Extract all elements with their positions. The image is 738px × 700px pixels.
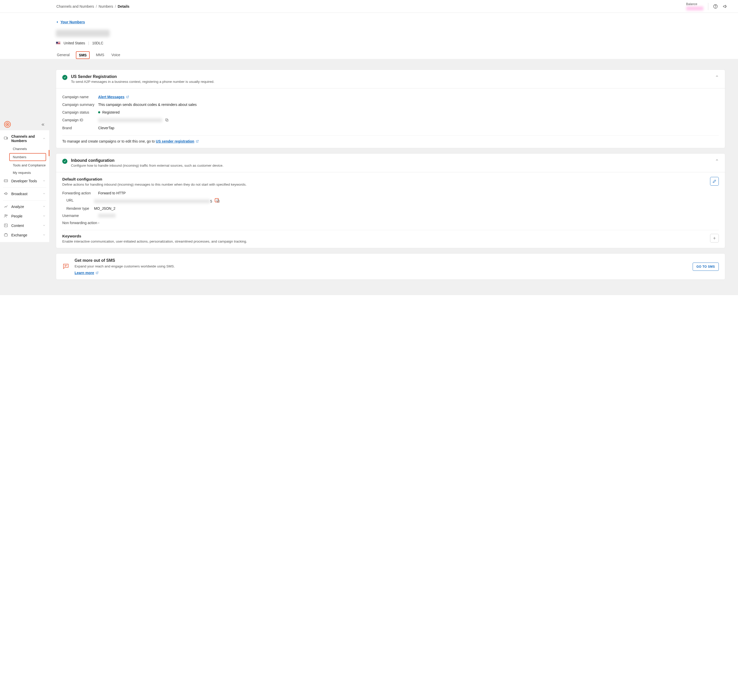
svg-rect-5: [4, 137, 7, 139]
sidebar-item-label: Channels and Numbers: [11, 134, 40, 143]
inbound-subtitle: Configure how to handle inbound (incomin…: [71, 163, 223, 168]
breadcrumb: Channels and Numbers / Numbers / Details: [56, 4, 129, 9]
sidebar-item-label: Developer Tools: [11, 179, 37, 183]
campaign-id-label: Campaign ID: [62, 118, 98, 122]
promo-title: Get more out of SMS: [75, 258, 688, 263]
sidebar-item-label: Content: [11, 224, 24, 228]
sidebar-item-channels-numbers[interactable]: Channels and Numbers: [0, 132, 49, 145]
edit-button[interactable]: [710, 177, 719, 186]
forwarding-label: Forwarding action: [62, 191, 98, 195]
campaign-status-value: Registered: [102, 110, 120, 114]
svg-rect-13: [4, 234, 7, 236]
us-flag-icon: [56, 41, 60, 45]
sidebar-item-label: Broadcast: [11, 192, 28, 196]
svg-rect-9: [4, 179, 8, 182]
chevron-down-icon: [43, 179, 45, 183]
sidebar-item-developer[interactable]: Developer Tools: [0, 176, 49, 186]
sidebar-item-exchange[interactable]: Exchange: [0, 231, 49, 240]
collapse-icon[interactable]: [41, 122, 45, 128]
announce-icon[interactable]: [723, 4, 728, 9]
breadcrumb-channels[interactable]: Channels and Numbers: [56, 4, 94, 9]
svg-point-11: [6, 215, 7, 216]
registration-subtitle: To send A2P messages in a business conte…: [71, 80, 214, 84]
svg-point-6: [7, 137, 8, 138]
nonfwd-value: -: [98, 221, 100, 225]
sidebar-sub-channels[interactable]: Channels: [0, 145, 49, 153]
check-icon: [62, 75, 67, 80]
balance-label: Balance: [686, 2, 697, 6]
svg-rect-16: [217, 200, 219, 202]
learn-more-link[interactable]: Learn more: [75, 271, 94, 275]
tab-sms[interactable]: SMS: [76, 51, 90, 59]
brand-value: CleverTap: [98, 126, 114, 130]
sidebar: Channels and Numbers Channels Numbers To…: [0, 130, 49, 242]
go-to-sms-button[interactable]: GO TO SMS: [693, 263, 719, 271]
svg-rect-15: [166, 119, 167, 121]
chevron-up-icon: [43, 137, 45, 141]
country-label: United States: [63, 41, 85, 45]
brand-label: Brand: [62, 126, 98, 130]
sidebar-item-content[interactable]: Content: [0, 221, 49, 231]
campaign-name-link[interactable]: Alert Messages: [98, 95, 125, 99]
inbound-title: Inbound configuration: [71, 158, 223, 163]
us-sender-registration-link[interactable]: US sender registration: [156, 139, 194, 143]
url-label: URL: [62, 198, 94, 203]
sidebar-sub-tools[interactable]: Tools and Compliance: [0, 162, 49, 169]
balance-widget: Balance xxxxx: [686, 2, 704, 10]
breadcrumb-numbers[interactable]: Numbers: [99, 4, 113, 9]
tab-voice[interactable]: Voice: [110, 51, 121, 59]
tab-mms[interactable]: MMS: [95, 51, 105, 59]
chevron-down-icon: [43, 192, 45, 196]
sidebar-sub-numbers[interactable]: Numbers: [9, 153, 46, 161]
campaign-status-label: Campaign status: [62, 110, 98, 114]
registration-title: US Sender Registration: [71, 74, 214, 79]
help-icon[interactable]: [713, 4, 718, 9]
phone-number-title: [56, 30, 110, 37]
default-config-subtitle: Define actions for handling inbound (inc…: [62, 182, 246, 187]
copy-url-icon[interactable]: [215, 198, 219, 202]
sidebar-sub-requests[interactable]: My requests: [0, 169, 49, 176]
username-label: Username: [62, 213, 98, 218]
username-value: xxxxxxxx: [98, 213, 116, 218]
registration-card: US Sender Registration To send A2P messa…: [56, 69, 725, 148]
sms-icon: [62, 263, 69, 271]
keywords-subtitle: Enable interactive communication, user-i…: [62, 240, 247, 243]
chevron-down-icon: [43, 233, 45, 237]
sidebar-item-analyze[interactable]: Analyze: [0, 202, 49, 212]
svg-point-10: [5, 214, 6, 216]
sidebar-item-label: Exchange: [11, 233, 27, 237]
renderer-label: Renderer type: [62, 206, 94, 210]
chevron-down-icon: [43, 224, 45, 228]
status-dot-icon: [98, 111, 100, 113]
sidebar-item-broadcast[interactable]: Broadcast: [0, 189, 49, 199]
campaign-summary-value: This campaign sends discount codes & rem…: [98, 103, 197, 107]
chevron-down-icon: [43, 214, 45, 218]
default-config-title: Default configuration: [62, 177, 246, 182]
sidebar-item-label: People: [11, 214, 22, 218]
url-value: xxxxxxxxxxxxxxxxxxxxxxxxxxxxxxxxxxxxxxxx…: [94, 199, 210, 203]
external-link-icon: [196, 140, 199, 143]
promo-subtitle: Expand your reach and engage customers w…: [75, 264, 688, 268]
add-keyword-button[interactable]: [710, 234, 719, 243]
svg-point-8: [7, 139, 8, 140]
sidebar-item-people[interactable]: People: [0, 212, 49, 221]
keywords-title: Keywords: [62, 234, 247, 238]
collapse-section-icon[interactable]: [715, 158, 719, 163]
campaign-name-label: Campaign name: [62, 95, 98, 99]
breadcrumb-details: Details: [117, 4, 129, 9]
sidebar-item-label: Analyze: [11, 204, 24, 209]
tab-general[interactable]: General: [56, 51, 71, 59]
copy-icon[interactable]: [165, 118, 169, 122]
campaign-id-value: xxxxxxxxxxxxxxxxxxxxxxxxxxxxxxxxxx: [98, 118, 162, 122]
number-type-label: 10DLC: [92, 41, 104, 45]
external-link-icon: [126, 95, 129, 98]
brand-logo-icon[interactable]: [4, 121, 11, 128]
svg-rect-14: [166, 119, 168, 121]
renderer-value: MO_JSON_2: [94, 206, 115, 210]
check-icon: [62, 159, 67, 164]
collapse-section-icon[interactable]: [715, 74, 719, 79]
promo-card: Get more out of SMS Expand your reach an…: [56, 253, 725, 280]
tabs: General SMS MMS Voice: [56, 51, 289, 59]
campaign-summary-label: Campaign summary: [62, 103, 98, 107]
back-to-numbers-link[interactable]: Your Numbers: [56, 20, 85, 24]
